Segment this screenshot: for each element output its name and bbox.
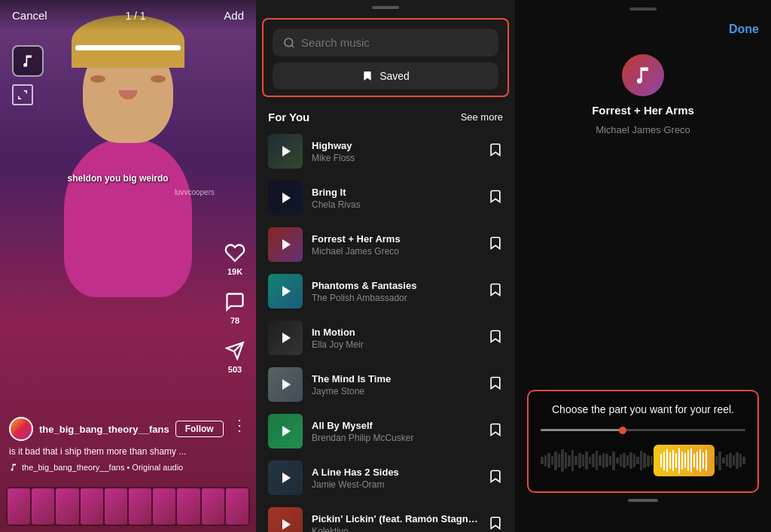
cancel-button[interactable]: Cancel: [12, 9, 47, 22]
waveform-bar-selected: [693, 454, 695, 467]
bookmark-button[interactable]: [488, 375, 503, 394]
waveform-bar: [742, 457, 745, 464]
bookmark-icon: [488, 282, 503, 297]
film-thumb: [153, 488, 175, 524]
saved-button[interactable]: Saved: [273, 62, 498, 90]
bookmark-icon: [488, 422, 503, 437]
waveform-bar: [544, 455, 547, 467]
bookmark-button[interactable]: [488, 282, 503, 301]
heart-icon: [223, 241, 247, 265]
waveform-bar: [718, 451, 721, 470]
progress-dot: [619, 427, 626, 434]
middle-panel: Saved For You See more Highway Mike Flos…: [256, 0, 515, 532]
music-list-item[interactable]: Bring It Chela Rivas: [256, 175, 515, 221]
music-list-item[interactable]: A Line Has 2 Sides Jamie West-Oram: [256, 454, 515, 501]
music-list: Highway Mike Floss Bring It Chela Rivas: [256, 128, 515, 532]
bookmark-button[interactable]: [488, 422, 503, 441]
film-thumb: [129, 488, 151, 524]
music-list-item[interactable]: All By Myself Brendan Philip McCusker: [256, 408, 515, 454]
music-list-item[interactable]: Highway Mike Floss: [256, 128, 515, 175]
music-artist: Ella Joy Meir: [312, 339, 479, 350]
filmstrip[interactable]: [6, 487, 250, 526]
waveform-container[interactable]: [541, 442, 745, 479]
search-icon: [283, 37, 295, 49]
waveform-bar: [574, 456, 577, 465]
music-info: All By Myself Brendan Philip McCusker: [312, 420, 479, 443]
music-thumbnail: [268, 507, 303, 532]
bookmark-button[interactable]: [488, 236, 503, 254]
left-panel: Cancel 1 / 1 Add sheldon you big weirdo …: [0, 0, 256, 532]
right-actions: 19K 78 503: [223, 241, 247, 374]
bookmark-button[interactable]: [488, 329, 503, 348]
music-artist: Jayme Stone: [312, 386, 479, 397]
expand-icon[interactable]: [12, 84, 33, 105]
saved-label: Saved: [379, 70, 410, 82]
share-icon: [223, 339, 247, 363]
waveform-bar: [647, 455, 650, 467]
waveform-bar: [729, 453, 732, 468]
follow-button[interactable]: Follow: [175, 421, 224, 437]
waveform-bar-selected: [699, 449, 701, 472]
music-info: Highway Mike Floss: [312, 140, 479, 163]
music-icon-button[interactable]: [12, 45, 44, 77]
waveform-bar: [626, 455, 629, 466]
waveform-bar: [541, 457, 544, 464]
waveform-bar-selected: [672, 450, 674, 471]
share-action[interactable]: 503: [223, 339, 247, 374]
music-list-item[interactable]: Forrest + Her Arms Michael James Greco: [256, 221, 515, 268]
play-icon: [282, 379, 291, 390]
music-list-item[interactable]: Pickin' Lickin' (feat. Ramón Stagnaro) K…: [256, 501, 515, 532]
music-list-item[interactable]: Phantoms & Fantasies The Polish Ambassad…: [256, 268, 515, 315]
bookmark-icon: [488, 236, 503, 251]
bookmark-button[interactable]: [488, 515, 503, 533]
film-thumb: [32, 488, 54, 524]
music-thumbnail: [268, 274, 303, 309]
music-thumbnail: [268, 461, 303, 495]
done-button[interactable]: Done: [729, 23, 759, 36]
audio-label: the_big_bang_theory__fans • Original aud…: [22, 463, 183, 472]
bookmark-button[interactable]: [488, 189, 503, 208]
music-list-item[interactable]: In Motion Ella Joy Meir: [256, 315, 515, 361]
waveform-bar: [585, 451, 588, 470]
play-overlay: [268, 134, 303, 169]
search-input[interactable]: [301, 36, 488, 49]
bookmark-button[interactable]: [488, 142, 503, 161]
bookmark-button[interactable]: [488, 469, 503, 488]
play-icon: [282, 519, 291, 530]
film-thumb: [202, 488, 224, 524]
play-overlay: [268, 414, 303, 448]
add-button[interactable]: Add: [224, 9, 244, 22]
waveform-bar-selected: [660, 454, 662, 467]
search-bar[interactable]: [273, 29, 498, 56]
bottom-info: the_big_bang_theory__fans Follow is it b…: [9, 417, 218, 472]
like-count: 19K: [227, 267, 242, 276]
drag-handle-right: [629, 8, 657, 11]
more-options-button[interactable]: ⋮: [232, 416, 247, 434]
selected-song-artist: Michael James Greco: [596, 124, 690, 135]
bottom-drag-handle: [628, 499, 658, 502]
waveform-bar: [629, 452, 632, 469]
music-title: The Mind Is Time: [312, 373, 479, 385]
audio-row[interactable]: the_big_bang_theory__fans • Original aud…: [9, 463, 218, 472]
waveform-bar: [736, 452, 739, 469]
waveform-bar-selected: [666, 449, 668, 472]
play-overlay: [268, 227, 303, 262]
progress-fill: [541, 429, 623, 431]
waveform-bar: [602, 453, 605, 468]
music-list-item[interactable]: The Mind Is Time Jayme Stone: [256, 361, 515, 408]
music-info: Bring It Chela Rivas: [312, 187, 479, 210]
music-artist: Michael James Greco: [312, 246, 479, 257]
bookmark-icon: [488, 515, 503, 530]
waveform-bar-selected: [696, 451, 698, 470]
play-icon: [282, 146, 291, 157]
comment-count: 78: [230, 316, 239, 325]
comment-action[interactable]: 78: [223, 290, 247, 325]
waveform-bar-selected: [663, 451, 665, 470]
see-more-button[interactable]: See more: [461, 111, 503, 123]
waveform-selected-region[interactable]: [654, 445, 715, 476]
progress-bar[interactable]: [541, 429, 745, 431]
bookmark-icon: [488, 189, 503, 204]
waveform-bar: [558, 454, 561, 467]
like-action[interactable]: 19K: [223, 241, 247, 276]
play-icon: [282, 333, 291, 343]
